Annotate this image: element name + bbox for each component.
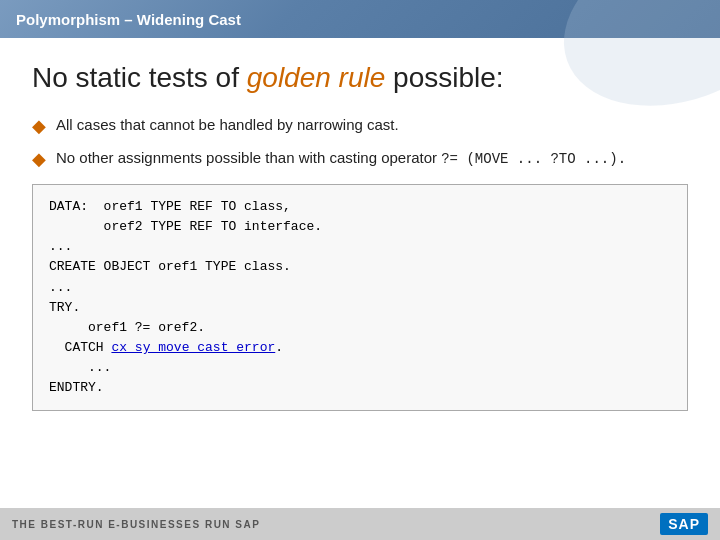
heading-suffix: possible:	[385, 62, 503, 93]
main-content: No static tests of golden rule possible:…	[0, 38, 720, 411]
heading-prefix: No static tests of	[32, 62, 247, 93]
code-line-4: CREATE OBJECT oref1 TYPE class.	[49, 257, 671, 277]
code-line-3: ...	[49, 237, 671, 257]
code-line-5: ...	[49, 278, 671, 298]
footer-tagline: THE BEST-RUN E-BUSINESSES RUN SAP	[12, 519, 260, 530]
code-line-10: ENDTRY.	[49, 378, 671, 398]
sap-logo: SAP	[660, 513, 708, 535]
footer-bar: THE BEST-RUN E-BUSINESSES RUN SAP SAP	[0, 508, 720, 540]
catch-class-link[interactable]: cx_sy_move_cast_error	[111, 340, 275, 355]
code-line-1: DATA: oref1 TYPE REF TO class,	[49, 197, 671, 217]
bullet-text-2: No other assignments possible than with …	[56, 147, 626, 170]
bullet-item-1: ◆ All cases that cannot be handled by na…	[32, 114, 688, 137]
code-line-7: oref1 ?= oref2.	[49, 318, 671, 338]
code-line-2: oref2 TYPE REF TO interface.	[49, 217, 671, 237]
code-line-6: TRY.	[49, 298, 671, 318]
heading-golden: golden rule	[247, 62, 386, 93]
bullet-diamond-2: ◆	[32, 148, 46, 170]
code-line-8: CATCH cx_sy_move_cast_error.	[49, 338, 671, 358]
code-line-9: ...	[49, 358, 671, 378]
bullet-diamond-1: ◆	[32, 115, 46, 137]
page-heading: No static tests of golden rule possible:	[32, 62, 688, 94]
header-title: Polymorphism – Widening Cast	[16, 11, 241, 28]
code-block: DATA: oref1 TYPE REF TO class, oref2 TYP…	[32, 184, 688, 411]
header-bar: Polymorphism – Widening Cast	[0, 0, 720, 38]
bullet-item-2: ◆ No other assignments possible than wit…	[32, 147, 688, 170]
bullet-code-part: ?= (MOVE ... ?TO ...).	[441, 151, 626, 167]
bullet-text-1: All cases that cannot be handled by narr…	[56, 114, 399, 135]
